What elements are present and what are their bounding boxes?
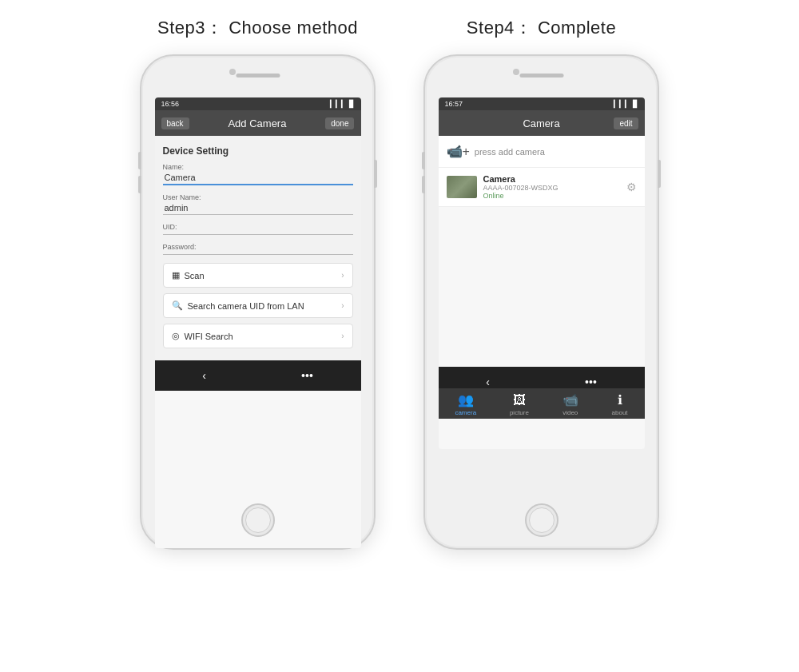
camera-name: Camera	[483, 174, 620, 184]
signal-icon-2: ▎▎▎	[614, 100, 630, 108]
settings-icon[interactable]: ⚙	[626, 181, 637, 193]
step4-title: Step4： Complete	[467, 16, 616, 40]
add-camera-icon: 📹+	[447, 144, 470, 159]
camera-thumbnail	[447, 176, 477, 198]
status-icons: ▎▎▎ ▊	[330, 100, 355, 108]
camera-info: Camera AAAA-007028-WSDXG Online	[483, 174, 620, 200]
add-camera-row[interactable]: 📹+ press add camera	[439, 136, 645, 168]
front-camera	[229, 69, 236, 75]
camera-list-item[interactable]: Camera AAAA-007028-WSDXG Online ⚙	[439, 168, 645, 207]
status-bar: 16:56 ▎▎▎ ▊	[155, 97, 361, 110]
wifi-search-button[interactable]: ◎ WIFI Search ›	[163, 324, 353, 348]
password-input[interactable]	[163, 252, 353, 255]
home-button-2[interactable]	[525, 503, 559, 537]
home-button[interactable]	[241, 503, 275, 537]
tab-bar: 👥 camera 🖼 picture 📹 video ℹ about	[439, 388, 645, 419]
step3-block: Step3： Choose method 16:56 ▎▎▎ ▊	[140, 16, 376, 550]
username-input[interactable]: admin	[163, 203, 353, 215]
status-time-2: 16:57	[445, 100, 463, 108]
iphone-step3: 16:56 ▎▎▎ ▊ back Add Camera done Device …	[140, 54, 376, 550]
uid-label: UID:	[163, 223, 353, 231]
section-title: Device Setting	[163, 145, 353, 157]
tab-video[interactable]: 📹 video	[562, 392, 578, 416]
power-button	[374, 160, 377, 188]
about-tab-icon: ℹ	[618, 392, 622, 408]
wifi-icon: ◎	[172, 331, 180, 341]
volume-down-button-2	[422, 176, 425, 193]
volume-up-button	[138, 152, 141, 169]
steps-container: Step3： Choose method 16:56 ▎▎▎ ▊	[0, 16, 799, 550]
tab-camera[interactable]: 👥 camera	[455, 392, 476, 416]
speaker-slot	[236, 74, 280, 78]
tab-about[interactable]: ℹ about	[612, 392, 628, 416]
device-setting-section: Device Setting Name: Camera User Name: a…	[155, 136, 361, 360]
video-tab-label: video	[562, 409, 578, 416]
scan-button-content: ▦ Scan	[172, 270, 205, 280]
status-time: 16:56	[161, 100, 180, 108]
scan-label: Scan	[185, 271, 205, 280]
screen-step3: 16:56 ▎▎▎ ▊ back Add Camera done Device …	[155, 97, 361, 548]
front-camera-2	[513, 69, 519, 75]
camera-thumbnail-image	[447, 176, 477, 198]
name-input[interactable]: Camera	[163, 173, 353, 185]
name-field-row: Name: Camera	[163, 163, 353, 185]
video-tab-icon: 📹	[562, 392, 578, 408]
camera-uid: AAAA-007028-WSDXG	[483, 184, 620, 192]
scan-icon: ▦	[172, 270, 180, 280]
camera-nav-bar: Camera edit	[439, 110, 645, 136]
step3-title: Step3： Choose method	[157, 16, 358, 40]
camera-tab-label: camera	[455, 409, 476, 416]
edit-button[interactable]: edit	[614, 117, 638, 129]
chevron-right-icon: ›	[341, 271, 344, 280]
wifi-search-content: ◎ WIFI Search	[172, 331, 233, 341]
power-button-2	[658, 160, 661, 188]
camera-nav-title: Camera	[523, 117, 559, 129]
picture-tab-label: picture	[510, 409, 529, 416]
volume-down-button	[138, 176, 141, 193]
uid-field-row: UID:	[163, 223, 353, 235]
username-label: User Name:	[163, 193, 353, 201]
empty-area	[439, 207, 645, 367]
screen-step4: 16:57 ▎▎▎ ▊ Camera edit 📹+ press add cam…	[439, 97, 645, 449]
dots-nav-icon[interactable]: •••	[301, 369, 313, 382]
back-nav-icon[interactable]: ‹	[202, 369, 206, 382]
iphone-step4: 16:57 ▎▎▎ ▊ Camera edit 📹+ press add cam…	[423, 54, 659, 550]
wifi-search-label: WIFI Search	[185, 332, 233, 341]
name-label: Name:	[163, 163, 353, 171]
search-uid-button[interactable]: 🔍 Search camera UID from LAN ›	[163, 293, 353, 318]
chevron-right-icon-2: ›	[341, 301, 344, 310]
signal-icon: ▎▎▎	[330, 100, 347, 108]
battery-icon-2: ▊	[633, 100, 638, 108]
nav-title: Add Camera	[228, 117, 286, 129]
about-tab-label: about	[612, 409, 628, 416]
search-uid-content: 🔍 Search camera UID from LAN	[172, 300, 304, 311]
dots-nav-icon-2[interactable]: •••	[585, 376, 597, 388]
status-icons-2: ▎▎▎ ▊	[614, 100, 638, 108]
done-button[interactable]: done	[325, 117, 354, 129]
search-icon: 🔍	[172, 300, 183, 311]
volume-up-button-2	[422, 152, 425, 169]
bottom-nav-bar: ‹ •••	[155, 360, 361, 391]
back-nav-icon-2[interactable]: ‹	[486, 376, 490, 388]
home-button-inner	[245, 507, 271, 533]
picture-tab-icon: 🖼	[513, 393, 526, 408]
search-uid-label: Search camera UID from LAN	[188, 301, 304, 311]
speaker-slot-2	[519, 74, 563, 78]
back-button[interactable]: back	[161, 117, 189, 129]
add-camera-text: press add camera	[475, 147, 545, 157]
password-field-row: Password:	[163, 243, 353, 255]
uid-input[interactable]	[163, 233, 353, 235]
password-label: Password:	[163, 243, 353, 251]
chevron-right-icon-3: ›	[341, 332, 344, 340]
nav-bar-add-camera: back Add Camera done	[155, 110, 361, 136]
battery-icon: ▊	[349, 100, 355, 108]
tab-picture[interactable]: 🖼 picture	[510, 393, 529, 416]
scan-button[interactable]: ▦ Scan ›	[163, 263, 353, 288]
home-button-inner-2	[529, 507, 555, 533]
camera-status: Online	[483, 192, 620, 200]
camera-tab-icon: 👥	[458, 392, 474, 408]
status-bar-2: 16:57 ▎▎▎ ▊	[439, 97, 645, 110]
username-field-row: User Name: admin	[163, 193, 353, 215]
step4-block: Step4： Complete 16:57 ▎▎▎ ▊	[423, 16, 659, 550]
